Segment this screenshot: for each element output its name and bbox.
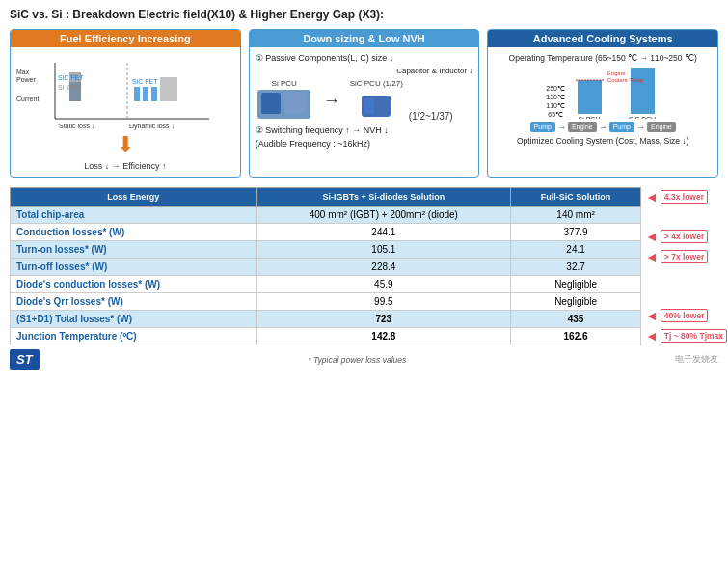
cell-sic: 377.9 [511, 224, 641, 241]
svg-rect-11 [143, 87, 148, 101]
annotation-arrow: ◄ [645, 229, 659, 244]
annotation-arrow: ◄ [645, 189, 659, 205]
efficiency-label: Loss ↓ → Efficiency ↑ [84, 161, 166, 171]
arrow3: → [636, 123, 645, 132]
si-pcu-bar-group: 250℃ 150℃ 110℃ 65℃ [546, 85, 565, 119]
cooling-content: Operating Temperature (65~150 ℃ → 110~25… [494, 53, 712, 146]
downsize-item1: ① Passive Components(L, C) size ↓ [256, 53, 473, 63]
engine-box-2: Engine [647, 122, 676, 132]
svg-text:Max: Max [16, 69, 30, 75]
component-comparison: Si PCU → SiC PCU (1/27) [256, 79, 473, 122]
si-pcu-group: Si PCU [256, 79, 313, 122]
downsize-panel-title: Down sizing & Low NVH [250, 30, 479, 47]
annotation-cell-1 [645, 207, 718, 228]
cell-sic: 162.6 [511, 328, 641, 345]
svg-text:Current: Current [16, 96, 39, 102]
page-title: SiC vs. Si : Breakdown Electric field(X1… [10, 8, 718, 21]
sic-pcu-group: SiC PCU (1/27) [350, 79, 403, 122]
cell-sic: 140 mm² [511, 207, 641, 224]
annotation-arrow: ◄ [645, 249, 659, 264]
cell-label: Junction Temperature (ºC) [11, 328, 257, 345]
temp-250: 250℃ [546, 85, 565, 93]
cell-si: 45.9 [256, 276, 511, 293]
col-header-sic: Full-SiC Solution [511, 188, 641, 207]
svg-rect-10 [134, 87, 140, 101]
pump-box-2: Pump [609, 122, 634, 132]
cell-si: 105.1 [256, 241, 511, 259]
table-row: Total chip-area400 mm² (IGBT) + 200mm² (… [11, 207, 641, 224]
engine-box-1: Engine [568, 122, 597, 132]
downsize-panel: Down sizing & Low NVH ① Passive Componen… [249, 29, 480, 178]
cooling-panel: Advanced Cooling Systems Operating Tempe… [487, 29, 718, 178]
annotation-cell-6: ◄40% lower [645, 306, 718, 326]
annotation-cell-3: ◄> 7x lower [645, 247, 718, 267]
sic-pcu-diagram [360, 88, 393, 122]
svg-rect-22 [364, 98, 374, 114]
svg-text:Coolant Temp: Coolant Temp [607, 77, 644, 83]
annotation-cell-2: ◄> 4x lower [645, 227, 718, 247]
annotation-cell-5 [645, 287, 718, 307]
annotation-cell-7: ◄Tj ~ 80% Tjmax [645, 326, 718, 346]
table-section: Loss Energy Si-IGBTs + Si-diodes Solutio… [10, 187, 718, 370]
arrow-right: → [323, 91, 340, 111]
table-row: Conduction losses* (W)244.1377.9 [11, 224, 641, 241]
cell-sic: 435 [511, 311, 641, 328]
si-pcu-diagram [256, 88, 313, 122]
annotations-column: ◄4.3x lower◄> 4x lower◄> 7x lower◄40% lo… [641, 187, 718, 345]
svg-text:Si PCU: Si PCU [579, 116, 601, 119]
cooling-panel-title: Advanced Cooling Systems [488, 30, 717, 47]
table-row: Junction Temperature (ºC)142.8162.6 [11, 328, 641, 345]
cell-label: Diode's Qrr losses* (W) [11, 293, 257, 311]
svg-text:(Switching Freq. ↑): (Switching Freq. ↑) [128, 129, 184, 130]
svg-rect-26 [631, 68, 655, 114]
annotation-arrow: ◄ [645, 328, 659, 344]
cell-si: 228.4 [256, 259, 511, 276]
cell-label: Turn-off losses* (W) [11, 259, 257, 276]
temp-150: 150℃ [546, 94, 565, 101]
ratio-label: (1/2~1/37) [409, 111, 453, 122]
cooling-diagram: Pump → Engine → Pump → Engine [494, 122, 712, 132]
annotation-text: > 4x lower [661, 230, 708, 243]
cell-label: (S1+D1) Total losses* (W) [11, 311, 257, 328]
svg-text:Si IGBT: Si IGBT [58, 84, 82, 91]
temp-65: 65℃ [548, 111, 563, 119]
fuel-panel: Fuel Efficiency Increasing Max Power Cur… [10, 29, 241, 178]
table-row: (S1+D1) Total losses* (W)723435 [11, 311, 641, 328]
cooling-optimized-label: Optimized Cooling System (Cost, Mass, Si… [494, 136, 712, 146]
svg-rect-13 [160, 77, 177, 101]
annotation-text: 4.3x lower [661, 190, 708, 204]
cell-sic: Negligible [511, 293, 641, 311]
cell-si: 142.8 [256, 328, 511, 345]
table-row: Turn-on losses* (W)105.124.1 [11, 241, 641, 259]
cell-sic: 24.1 [511, 241, 641, 259]
cell-label: Conduction losses* (W) [11, 224, 257, 241]
temp-110: 110℃ [546, 102, 565, 110]
annotation-text: 40% lower [661, 309, 709, 322]
svg-rect-12 [151, 87, 157, 101]
table-with-annotations: Loss Energy Si-IGBTs + Si-diodes Solutio… [10, 187, 718, 345]
fuel-panel-title: Fuel Efficiency Increasing [11, 30, 240, 47]
footnote: * Typical power loss values [308, 355, 406, 365]
svg-text:SiC PCU: SiC PCU [629, 116, 656, 119]
svg-rect-23 [578, 80, 602, 114]
pump-box-1: Pump [530, 122, 555, 132]
cell-si: 723 [256, 311, 511, 328]
annotation-arrow: ◄ [645, 308, 659, 323]
table-row: Diode's conduction losses* (W)45.9Neglig… [11, 276, 641, 293]
svg-text:Static loss ↓: Static loss ↓ [59, 123, 94, 129]
annotation-text: Tj ~ 80% Tjmax [661, 329, 727, 343]
svg-rect-19 [261, 93, 281, 114]
arrow2: → [599, 123, 607, 132]
cell-label: Diode's conduction losses* (W) [11, 276, 257, 293]
efficiency-arrow: ⬇ [117, 132, 134, 157]
cooling-subtitle: Operating Temperature (65~150 ℃ → 110~25… [494, 53, 712, 63]
cell-si: 99.5 [256, 293, 511, 311]
svg-rect-20 [284, 93, 306, 114]
top-panels: Fuel Efficiency Increasing Max Power Cur… [10, 29, 718, 178]
svg-text:Engine: Engine [607, 70, 626, 76]
cap-inductor-label: Capacitor & Inductor ↓ [256, 67, 473, 75]
st-logo: ST [10, 349, 40, 370]
downsize-item2: ② Switching frequency ↑ → NVH ↓ [256, 125, 473, 135]
downsize-content: ① Passive Components(L, C) size ↓ Capaci… [256, 53, 473, 149]
svg-text:SiC FET: SiC FET [132, 78, 158, 85]
